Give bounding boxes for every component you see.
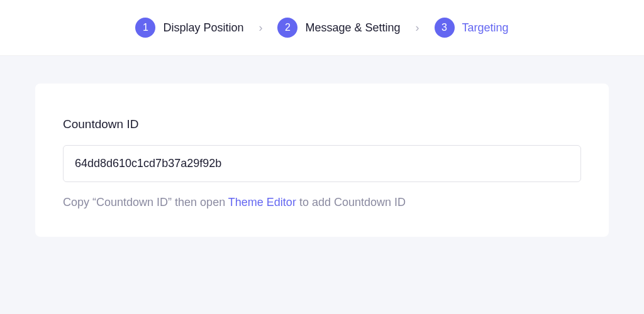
wizard-steps: 1 Display Position › 2 Message & Setting… bbox=[0, 0, 644, 56]
theme-editor-link[interactable]: Theme Editor bbox=[228, 196, 296, 208]
step-label: Display Position bbox=[163, 21, 243, 35]
chevron-right-icon: › bbox=[255, 21, 266, 35]
step-badge: 3 bbox=[435, 18, 455, 38]
countdown-id-input[interactable] bbox=[63, 145, 581, 182]
helper-suffix: to add Countdown ID bbox=[296, 196, 406, 208]
main-content: Countdown ID Copy “Countdown ID” then op… bbox=[0, 56, 644, 264]
field-label: Countdown ID bbox=[63, 117, 581, 131]
step-display-position[interactable]: 1 Display Position bbox=[135, 18, 243, 38]
step-badge: 2 bbox=[277, 18, 297, 38]
helper-prefix: Copy “Countdown ID” then open bbox=[63, 196, 228, 208]
step-badge: 1 bbox=[135, 18, 155, 38]
helper-text: Copy “Countdown ID” then open Theme Edit… bbox=[63, 196, 581, 209]
step-label: Message & Setting bbox=[305, 21, 400, 35]
step-targeting[interactable]: 3 Targeting bbox=[435, 18, 509, 38]
step-message-setting[interactable]: 2 Message & Setting bbox=[277, 18, 400, 38]
chevron-right-icon: › bbox=[412, 21, 423, 35]
step-label: Targeting bbox=[462, 21, 509, 35]
countdown-id-card: Countdown ID Copy “Countdown ID” then op… bbox=[35, 84, 609, 237]
